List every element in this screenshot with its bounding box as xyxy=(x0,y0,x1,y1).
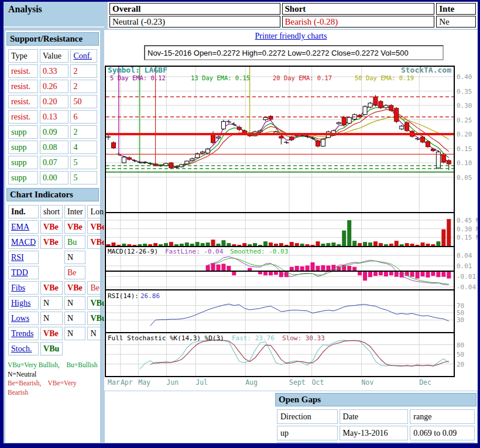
sr-conf: 50 xyxy=(70,95,97,108)
svg-text:Nov: Nov xyxy=(362,378,374,387)
sr-row: supp0.005 xyxy=(8,171,97,184)
sr-type: resist. xyxy=(8,80,38,93)
support-resistance-table: TypeValueConf.resist.0.332resist.0.262re… xyxy=(6,47,99,186)
sr-value: 0.00 xyxy=(40,171,68,184)
svg-text:Symbol: LAGBF: Symbol: LAGBF xyxy=(108,66,167,74)
ci-indicator-link[interactable]: MACD xyxy=(8,235,39,249)
svg-text:Aug: Aug xyxy=(245,378,258,387)
sr-conf: 4 xyxy=(70,141,97,154)
page: Analysis OverallShortInteNeutral (-0.23)… xyxy=(0,0,480,448)
gap-direction: up xyxy=(277,426,338,440)
svg-text:70: 70 xyxy=(457,302,464,310)
ci-value xyxy=(40,251,63,264)
sr-header: Type xyxy=(8,49,38,63)
sr-type: resist. xyxy=(8,64,38,78)
svg-text:0.30: 0.30 xyxy=(457,102,472,110)
ci-indicator-link[interactable]: Highs xyxy=(8,296,39,310)
printer-friendly-link[interactable]: Printer friendly charts xyxy=(255,32,327,40)
svg-text:-0.04: -0.04 xyxy=(457,283,476,291)
svg-text:0.25: 0.25 xyxy=(457,117,472,124)
svg-text:5 Day EMA: 0.12: 5 Day EMA: 0.12 xyxy=(110,74,166,81)
gap-header: Direction xyxy=(277,409,338,424)
sr-header[interactable]: Conf. xyxy=(70,49,97,63)
sr-header: Value xyxy=(40,49,68,63)
ci-value: VBe xyxy=(40,220,63,234)
svg-text:0.35: 0.35 xyxy=(457,88,472,95)
ci-value: N xyxy=(64,296,85,310)
sr-value: 0.20 xyxy=(40,95,68,108)
sr-value: 0.13 xyxy=(40,110,68,124)
ci-indicator-link[interactable]: Trends xyxy=(8,327,39,340)
sr-conf: 6 xyxy=(70,110,97,124)
ci-value: N xyxy=(64,327,85,340)
ci-indicator-link[interactable]: TDD xyxy=(8,266,39,279)
sr-row: resist.0.2050 xyxy=(8,95,97,108)
analysis-summary: OverallShortInteNeutral (-0.23)Bearish (… xyxy=(108,2,478,29)
svg-text:0.45 M: 0.45 M xyxy=(457,217,478,224)
ci-value: VBu xyxy=(40,342,63,355)
sr-conf: 5 xyxy=(70,156,97,169)
summary-col-value: Neutral (-0.23) xyxy=(109,16,280,28)
sr-conf: 2 xyxy=(70,125,97,139)
sr-conf: 2 xyxy=(70,64,97,78)
svg-text:13 Day EMA: 0.15: 13 Day EMA: 0.15 xyxy=(191,74,250,81)
svg-text:Dec: Dec xyxy=(419,378,431,387)
svg-text:Mar: Mar xyxy=(108,378,120,387)
sr-row: supp0.075 xyxy=(8,156,97,169)
main-area: Printer friendly charts Symbol: LAGBFSto… xyxy=(104,30,478,443)
svg-text:50: 50 xyxy=(457,309,464,317)
sr-type: supp xyxy=(8,171,38,184)
summary-col-value: Bearish (-0.28) xyxy=(282,16,435,28)
svg-text:20 Day EMA: 0.17: 20 Day EMA: 0.17 xyxy=(273,74,332,81)
gap-row: upMar-10-2016to 0.1814 xyxy=(277,442,475,443)
svg-text:May: May xyxy=(138,378,150,387)
ci-value: Be xyxy=(64,266,85,279)
sr-type: supp xyxy=(8,125,38,139)
ci-header: Inter xyxy=(64,205,85,218)
summary-col-header: Short xyxy=(282,3,435,15)
svg-text:Slow: 30.33: Slow: 30.33 xyxy=(282,334,325,342)
sr-type: resist. xyxy=(8,95,38,108)
ci-indicator-link[interactable]: Fibs xyxy=(8,281,39,295)
gap-date: May-13-2016 xyxy=(340,426,409,440)
svg-text:FastLine: -0.04: FastLine: -0.04 xyxy=(165,248,224,255)
ci-row: FibsVBeVBeBe xyxy=(8,281,111,295)
svg-text:30: 30 xyxy=(457,316,464,324)
ci-indicator-link[interactable]: RSI xyxy=(8,251,39,264)
ci-value: VBe xyxy=(40,235,63,249)
svg-text:Sept: Sept xyxy=(289,378,306,387)
sr-row: resist.0.262 xyxy=(8,80,97,93)
ci-indicator-link[interactable]: Stoch. xyxy=(8,342,39,355)
ci-indicator-link[interactable]: EMA xyxy=(8,220,39,234)
ci-value: VBe xyxy=(64,220,85,234)
sr-row: supp0.092 xyxy=(8,125,97,139)
svg-text:0.10: 0.10 xyxy=(457,159,472,167)
sr-value: 0.26 xyxy=(40,80,68,93)
sr-row: supp0.084 xyxy=(8,141,97,154)
chart-indicators-title: Chart Indicators xyxy=(6,188,99,201)
ci-indicator-link[interactable]: Lows xyxy=(8,312,39,325)
ci-header: short xyxy=(40,205,63,218)
svg-text:0.15: 0.15 xyxy=(457,145,472,153)
ci-row: MACDVBeBuVBe xyxy=(8,235,111,249)
svg-text:Fast: 23.76: Fast: 23.76 xyxy=(232,334,275,342)
analysis-summary-table: OverallShortInteNeutral (-0.23)Bearish (… xyxy=(108,2,478,29)
svg-text:0.05: 0.05 xyxy=(457,174,472,182)
quote-info-box[interactable] xyxy=(144,45,444,60)
ci-header: Ind. xyxy=(8,205,39,218)
ci-row: EMAVBeVBeVBe xyxy=(8,220,111,234)
gap-row: upMay-13-20160.069 to 0.09 xyxy=(277,426,475,440)
chart-indicators-table: Ind.shortInterLongEMAVBeVBeVBeMACDVBeBuV… xyxy=(6,203,112,357)
svg-text:0.01: 0.01 xyxy=(457,262,472,270)
sr-row: resist.0.136 xyxy=(8,110,97,124)
printer-link-row: Printer friendly charts xyxy=(104,32,478,41)
sr-value: 0.07 xyxy=(40,156,68,169)
ci-row: RSIN xyxy=(8,251,111,264)
open-gaps: Open Gaps DirectionDaterangeupMay-13-201… xyxy=(275,393,476,443)
ci-value xyxy=(40,266,63,279)
ci-row: TDDBe xyxy=(8,266,111,279)
ci-value: N xyxy=(64,251,85,264)
summary-col-header: Overall xyxy=(109,3,280,15)
svg-text:Oct: Oct xyxy=(312,378,324,387)
svg-text:Jul: Jul xyxy=(196,378,208,387)
